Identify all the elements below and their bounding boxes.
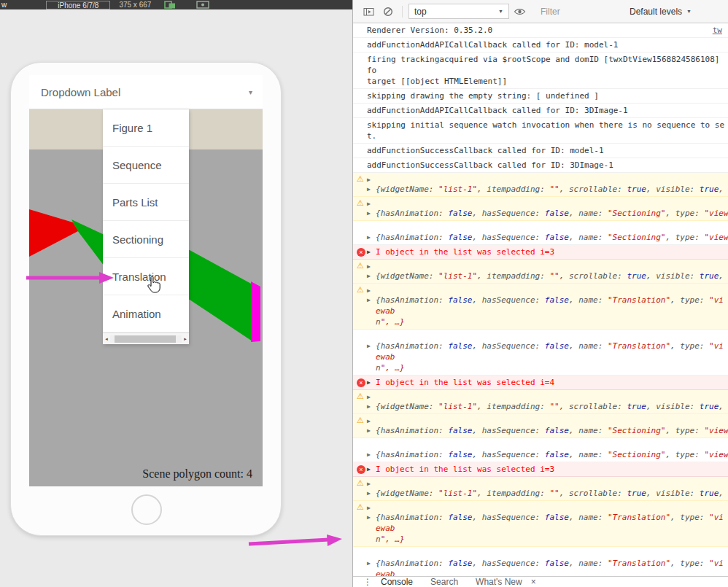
scroll-track[interactable] (110, 335, 182, 343)
context-select-value: top (414, 7, 427, 17)
console-message-log: Renderer Version: 0.35.2.0tw (353, 23, 728, 38)
close-whats-new-icon[interactable]: × (531, 578, 536, 587)
console-text: {widgetName: "list-1", itempadding: "", … (376, 184, 728, 195)
annotation-arrow-2 (247, 534, 344, 548)
expand-arrow-icon[interactable]: ▶ (367, 341, 376, 351)
console-text: I object in the list was selected i=3 (376, 464, 728, 475)
warning-icon: ⚠ (357, 392, 364, 401)
scroll-right-icon[interactable]: ▸ (182, 333, 189, 345)
context-select[interactable]: top ▼ (408, 4, 509, 19)
expand-arrow-icon[interactable]: ▶ (367, 488, 376, 499)
menu-item-sectioning[interactable]: Sectioning (103, 221, 189, 258)
dropdown-label: Dropdown Label (41, 86, 120, 98)
expand-arrow-icon[interactable]: ▶ (367, 208, 376, 219)
drawer-tab-what-s-new[interactable]: What's New (476, 578, 522, 587)
console-message-log: firing trackingacquired via $rootScope a… (353, 53, 728, 89)
console-message-log: addFunctionSuccessCallback called for ID… (353, 158, 728, 173)
emulator-toolbar: w iPhone 6/7/8 375 x 667 (0, 0, 352, 9)
expand-arrow-icon[interactable]: ▶ (367, 295, 376, 306)
console-message-log: addFunctionSuccessCallback called for ID… (353, 144, 728, 158)
console-text: {hasAnimation: false, hasSequence: false… (376, 341, 728, 373)
expand-arrow-icon[interactable]: ▶ (367, 232, 376, 243)
menu-item-figure-1[interactable]: Figure 1 (103, 109, 189, 147)
expand-arrow-icon[interactable]: ▶ (367, 464, 376, 475)
drawer-tab-console[interactable]: Console (381, 578, 413, 587)
console-message-warn: ⚠▶▶{widgetName: "list-1", itempadding: "… (353, 477, 728, 501)
device-select[interactable]: iPhone 6/7/8 (46, 1, 110, 9)
console-message-log: addFunctionAddAPICallCallback called for… (353, 38, 728, 53)
screen-root: w iPhone 6/7/8 375 x 667 Dropdown Label … (0, 0, 728, 587)
filter-input[interactable] (539, 6, 627, 18)
console-text: {hasAnimation: false, hasSequence: false… (376, 558, 728, 576)
rotate-icon[interactable] (164, 1, 176, 9)
scene-caption: Scene polygon count: 4 (142, 467, 252, 481)
menu-scrollbar[interactable]: ◂ ▸ (103, 333, 189, 344)
clear-console-icon[interactable] (383, 7, 393, 17)
console-text: {widgetName: "list-1", itempadding: "", … (376, 488, 728, 499)
console-message-warn: ⚠▶▶{hasAnimation: false, hasSequence: fa… (353, 414, 728, 438)
console-sidebar-icon[interactable] (363, 7, 374, 16)
console-text: Renderer Version: 0.35.2.0 (367, 25, 728, 36)
console-message-log: ▶{hasAnimation: false, hasSequence: fals… (353, 547, 728, 576)
console-text: I object in the list was selected i=4 (376, 377, 728, 388)
kebab-menu-icon[interactable]: ⋮ (363, 578, 372, 587)
console-text: I object in the list was selected i=3 (376, 246, 728, 257)
console-text: addFunctionSuccessCallback called for ID… (367, 145, 728, 156)
emulator-partial-label: w (1, 1, 7, 9)
console-messages: Renderer Version: 0.35.2.0twaddFunctionA… (353, 23, 728, 576)
console-message-log: ▶{hasAnimation: false, hasSequence: fals… (353, 438, 728, 462)
console-message-error: ×▶I object in the list was selected i=3 (353, 245, 728, 260)
menu-item-parts-list[interactable]: Parts List (103, 184, 189, 221)
console-message-log: ▶{hasAnimation: false, hasSequence: fals… (353, 221, 728, 245)
scroll-left-icon[interactable]: ◂ (103, 333, 110, 345)
console-text: {hasAnimation: false, hasSequence: false… (376, 512, 728, 545)
expand-arrow-icon[interactable]: ▶ (367, 271, 376, 281)
expand-arrow-icon[interactable]: ▶ (367, 449, 376, 460)
expand-arrow-icon[interactable]: ▶ (367, 401, 376, 412)
console-message-log: ▶{hasAnimation: false, hasSequence: fals… (353, 330, 728, 376)
console-text: {hasAnimation: false, hasSequence: false… (376, 208, 728, 219)
console-text: skipping initial sequence watch invocati… (367, 120, 728, 141)
console-message-warn: ⚠▶▶{widgetName: "list-1", itempadding: "… (353, 173, 728, 197)
chevron-down-icon[interactable]: ▾ (249, 88, 252, 96)
drawer-tab-search[interactable]: Search (430, 578, 458, 587)
devtools-panel: top ▼ Default levels ▼ Renderer Version:… (352, 0, 728, 587)
error-icon: × (357, 248, 365, 257)
expand-arrow-icon[interactable]: ▶ (367, 558, 376, 569)
screenshot-icon[interactable] (196, 1, 209, 9)
warning-icon: ⚠ (357, 198, 364, 208)
home-button[interactable] (131, 494, 162, 525)
warning-icon: ⚠ (357, 478, 364, 488)
scroll-thumb[interactable] (115, 335, 176, 343)
drawer-tabs: ⋮ ConsoleSearchWhat's New× (353, 576, 728, 587)
console-message-warn: ⚠▶▶{widgetName: "list-1", itempadding: "… (353, 390, 728, 414)
device-frame: Dropdown Label ▾ Scene polygon count: 4 … (10, 62, 282, 536)
console-text: addFunctionSuccessCallback called for ID… (367, 160, 728, 171)
expand-arrow-icon[interactable]: ▶ (367, 377, 376, 388)
log-levels-select[interactable]: Default levels ▼ (630, 7, 692, 17)
eye-icon[interactable] (514, 7, 526, 16)
log-levels-value: Default levels (630, 7, 682, 17)
console-text: skipping drawing the empty string: [ und… (367, 90, 728, 101)
warning-icon: ⚠ (357, 285, 364, 295)
console-message-warn: ⚠▶▶{widgetName: "list-1", itempadding: "… (353, 260, 728, 284)
console-text: firing trackingacquired via $rootScope a… (367, 54, 728, 87)
expand-arrow-icon[interactable]: ▶ (367, 246, 376, 257)
expand-arrow-icon[interactable]: ▶ (367, 425, 376, 436)
error-icon: × (357, 465, 365, 474)
console-message-log: skipping initial sequence watch invocati… (353, 118, 728, 144)
cursor-pointer-icon (146, 276, 162, 294)
chevron-down-icon: ▼ (686, 9, 692, 14)
chevron-down-icon: ▼ (498, 9, 503, 14)
source-link[interactable]: tw (713, 26, 722, 35)
console-message-error: ×▶I object in the list was selected i=4 (353, 376, 728, 390)
emulator-viewport: Dropdown Label ▾ Scene polygon count: 4 … (0, 9, 352, 587)
console-text: {widgetName: "list-1", itempadding: "", … (376, 271, 728, 281)
device-dimensions: 375 x 667 (119, 1, 151, 9)
menu-item-sequence[interactable]: Sequence (103, 147, 189, 184)
menu-item-animation[interactable]: Animation (103, 295, 189, 333)
console-text: {hasAnimation: false, hasSequence: false… (376, 295, 728, 327)
expand-arrow-icon[interactable]: ▶ (367, 512, 376, 523)
console-message-warn: ⚠▶▶{hasAnimation: false, hasSequence: fa… (353, 501, 728, 547)
expand-arrow-icon[interactable]: ▶ (367, 184, 376, 195)
